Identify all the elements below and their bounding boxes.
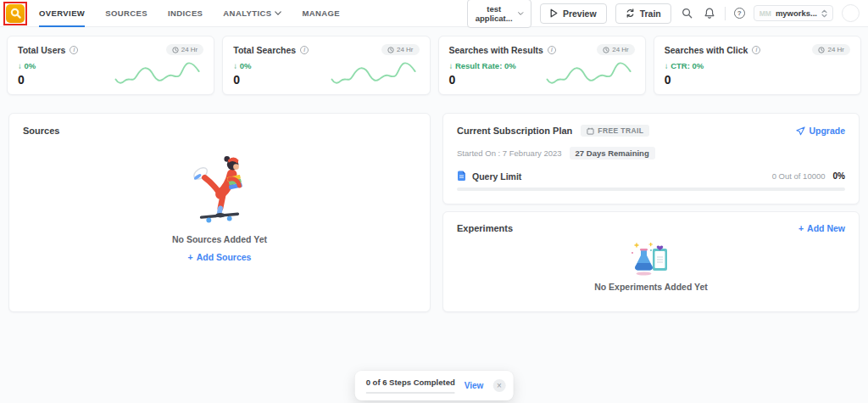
clock-icon <box>603 47 609 53</box>
tab-analytics[interactable]: ANALYTICS <box>223 0 281 27</box>
add-sources-button[interactable]: + Add Sources <box>188 252 252 262</box>
toast-progressbar <box>366 392 455 394</box>
play-icon <box>550 8 558 18</box>
experiments-empty-message: No Experiments Added Yet <box>594 282 708 292</box>
search-icon[interactable] <box>680 6 694 20</box>
right-column: Current Subscription Plan FREE TRAIL Upg… <box>442 113 860 312</box>
kpi-cards-row: Total Users i 24 Hr ↓ 0% 0 Total Searche… <box>0 27 868 95</box>
chevron-down-icon <box>275 11 281 15</box>
workspace-selector[interactable]: MM myworks... <box>754 5 833 21</box>
help-icon[interactable]: ? <box>734 8 745 19</box>
subscription-panel: Current Subscription Plan FREE TRAIL Upg… <box>442 113 860 204</box>
days-remaining-badge: 27 Days Remaining <box>570 147 655 160</box>
query-usage-text: 0 Out of 10000 <box>772 171 826 181</box>
info-icon[interactable]: i <box>70 46 78 54</box>
sparkline-chart <box>114 59 203 87</box>
stat-title: Searches with Click <box>665 45 748 55</box>
header-actions: test applicat... Preview Train ? MM myw <box>467 0 860 28</box>
chevron-down-icon <box>518 11 523 16</box>
stat-card-searches-with-results: Searches with Results i 24 Hr ↓ Result R… <box>438 36 646 95</box>
skateboarder-illustration <box>186 151 253 226</box>
add-new-experiment-button[interactable]: + Add New <box>798 223 845 233</box>
stat-title: Total Searches <box>233 45 296 55</box>
sources-panel-title: Sources <box>23 126 416 136</box>
calendar-icon <box>587 127 594 135</box>
sources-empty-state: No Sources Added Yet + Add Sources <box>9 151 430 262</box>
experiment-flask-illustration <box>629 243 673 277</box>
time-range-badge: 24 Hr <box>812 44 850 55</box>
user-avatar[interactable] <box>842 4 860 22</box>
stat-title: Searches with Results <box>449 45 543 55</box>
clock-icon <box>387 47 394 53</box>
magnifier-logo-icon <box>10 8 21 19</box>
info-icon[interactable]: i <box>300 46 309 54</box>
experiments-panel: Experiments + Add New <box>442 211 860 312</box>
app-logo[interactable] <box>6 4 25 23</box>
plan-badge: FREE TRAIL <box>581 125 649 137</box>
workspace-logo-placeholder: MM <box>760 9 771 18</box>
preview-button[interactable]: Preview <box>540 3 607 24</box>
stat-card-searches-with-click: Searches with Click i 24 Hr ↓ CTR: 0% 0 <box>654 36 861 95</box>
tab-indices[interactable]: INDICES <box>168 0 203 27</box>
stat-card-total-users: Total Users i 24 Hr ↓ 0% 0 <box>7 36 214 95</box>
time-range-badge: 24 Hr <box>166 44 204 55</box>
upgrade-button[interactable]: Upgrade <box>796 126 845 136</box>
tab-sources[interactable]: SOURCES <box>105 0 147 27</box>
clock-icon <box>172 47 179 53</box>
time-range-badge: 24 Hr <box>381 44 420 55</box>
time-range-badge: 24 Hr <box>597 44 635 55</box>
stat-value: 0 <box>665 73 850 87</box>
stat-delta: ↓ CTR: 0% <box>665 61 850 70</box>
train-button[interactable]: Train <box>615 3 671 24</box>
started-on-label: Started On : 7 February 2023 <box>457 148 562 158</box>
tab-manage[interactable]: MANAGE <box>302 0 340 27</box>
experiments-empty-state: No Experiments Added Yet <box>443 243 859 292</box>
query-usage-percent: 0% <box>833 171 845 181</box>
experiments-title: Experiments <box>457 223 513 233</box>
notifications-bell-icon[interactable] <box>703 6 716 20</box>
onboarding-toast: 0 of 6 Steps Completed View × <box>355 371 514 400</box>
query-limit-progressbar <box>457 188 845 191</box>
main-content: Sources <box>0 95 868 312</box>
query-limit-label: Query Limit <box>472 171 521 182</box>
sparkline-chart <box>330 59 419 87</box>
toast-message: 0 of 6 Steps Completed <box>366 378 455 387</box>
close-icon[interactable]: × <box>492 379 505 392</box>
select-arrows-icon <box>821 9 827 18</box>
plus-icon: + <box>798 223 804 233</box>
stat-card-total-searches: Total Searches i 24 Hr ↓ 0% 0 <box>222 36 430 95</box>
sync-icon <box>626 8 635 18</box>
sources-panel: Sources <box>8 113 431 312</box>
document-icon <box>457 171 466 182</box>
top-navigation-bar: OVERVIEW SOURCES INDICES ANALYTICS MANAG… <box>0 0 868 27</box>
info-icon[interactable]: i <box>548 46 556 54</box>
tab-overview[interactable]: OVERVIEW <box>39 0 85 27</box>
clock-icon <box>818 47 825 53</box>
sources-empty-message: No Sources Added Yet <box>172 234 267 244</box>
main-nav: OVERVIEW SOURCES INDICES ANALYTICS MANAG… <box>39 0 340 27</box>
divider <box>725 7 726 20</box>
info-icon[interactable]: i <box>752 46 760 54</box>
plus-icon: + <box>188 252 193 262</box>
subscription-title: Current Subscription Plan <box>457 126 572 136</box>
toast-progress-block: 0 of 6 Steps Completed <box>366 378 455 394</box>
toast-view-button[interactable]: View <box>465 381 484 390</box>
paper-plane-icon <box>796 126 805 136</box>
application-selector[interactable]: test applicat... <box>467 0 531 28</box>
stat-title: Total Users <box>18 45 65 55</box>
sparkline-chart <box>545 59 634 87</box>
annotation-highlight <box>3 2 27 25</box>
